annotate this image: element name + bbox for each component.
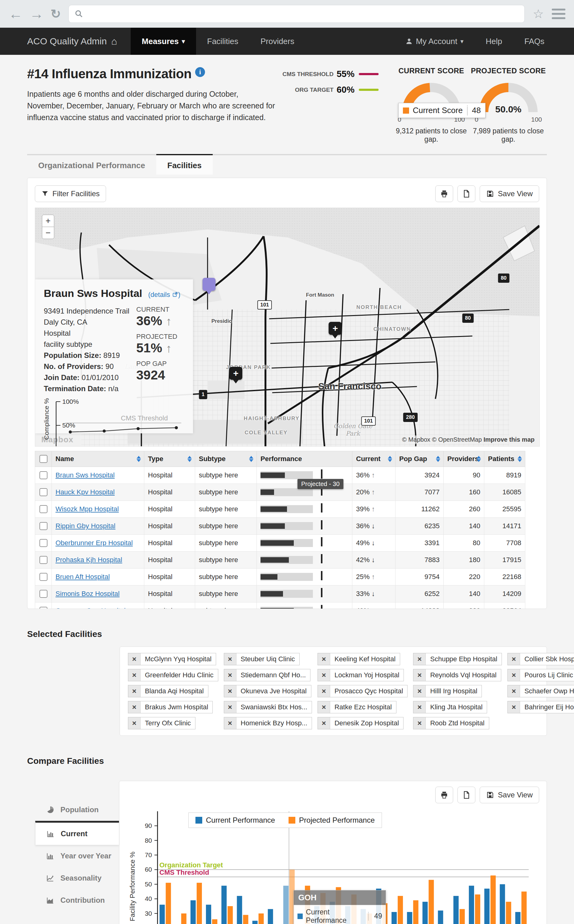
nav-item-faqs[interactable]: FAQs [513,28,555,55]
remove-chip-icon[interactable]: × [128,669,140,681]
facility-link[interactable]: Wisozk Mpp Hospital [55,505,119,513]
column-header-providers[interactable]: Providers [444,451,484,467]
facility-link[interactable]: Gorczany Oon Hospital [55,607,125,609]
remove-chip-icon[interactable]: × [318,717,330,729]
save-view-button[interactable]: Save View [480,787,539,803]
remove-chip-icon[interactable]: × [224,701,237,713]
improve-map-link[interactable]: Improve this map [483,436,535,443]
facility-link[interactable]: Braun Sws Hospital [55,471,115,479]
remove-chip-icon[interactable]: × [413,653,426,665]
facility-link[interactable]: Simonis Boz Hospital [55,590,120,597]
selected-facility-marker[interactable] [203,278,216,294]
remove-chip-icon[interactable]: × [128,653,140,665]
nav-item-my-account[interactable]: My Account▾ [394,28,475,55]
reload-icon[interactable]: ↻ [50,7,61,21]
remove-chip-icon[interactable]: × [508,685,520,697]
sort-icon[interactable] [188,456,192,462]
facility-link[interactable]: Prohaska Kjh Hospital [55,556,122,564]
zoom-out-button[interactable]: − [42,227,54,239]
sort-icon[interactable] [249,456,253,462]
row-checkbox[interactable] [39,539,47,547]
remove-chip-icon[interactable]: × [318,669,330,681]
remove-chip-icon[interactable]: × [128,685,140,697]
details-link[interactable]: (details ) [148,291,180,299]
remove-chip-icon[interactable]: × [224,717,237,729]
sort-icon[interactable] [137,456,141,462]
row-checkbox[interactable] [39,505,47,513]
compare-tab-year-over-year[interactable]: Year over Year [35,845,119,867]
brand[interactable]: ACO Quality Admin⌂ [0,28,131,55]
forward-icon[interactable]: → [30,7,44,21]
remove-chip-icon[interactable]: × [413,701,426,713]
facility-link[interactable]: Rippin Gby Hospital [55,522,115,530]
filter-facilities-button[interactable]: Filter Facilities [35,185,106,202]
remove-chip-icon[interactable]: × [224,653,237,665]
export-button[interactable] [457,185,475,202]
sort-icon[interactable] [388,456,392,462]
remove-chip-icon[interactable]: × [224,685,237,697]
info-icon[interactable]: i [195,67,205,77]
remove-chip-icon[interactable]: × [508,653,520,665]
remove-chip-icon[interactable]: × [508,669,520,681]
facility-link[interactable]: Bruen Aft Hospital [55,573,110,581]
remove-chip-icon[interactable]: × [224,669,237,681]
tab-facilities[interactable]: Facilities [156,154,213,174]
back-icon[interactable]: ← [9,7,23,21]
column-header-name[interactable]: Name [52,451,144,467]
compare-tab-seasonality[interactable]: Seasonality [35,867,119,889]
row-checkbox[interactable] [39,573,47,581]
remove-chip-icon[interactable]: × [413,685,426,697]
column-header-patients[interactable]: Patients [484,451,525,467]
print-button[interactable] [435,787,453,803]
nav-item-measures[interactable]: Measures▾ [131,28,196,55]
row-checkbox[interactable] [39,522,47,530]
tab-organizational-performance[interactable]: Organizational Performance [27,154,156,174]
sort-icon[interactable] [476,456,481,462]
remove-chip-icon[interactable]: × [318,653,330,665]
compare-tab-population[interactable]: Population [35,799,119,821]
bookmark-star-icon[interactable]: ☆ [533,7,544,21]
facility-link[interactable]: Oberbrunner Erp Hospital [55,539,133,547]
filter-icon [41,190,49,197]
column-header-type[interactable]: Type [144,451,195,467]
column-header-pop-gap[interactable]: Pop Gap [396,451,444,467]
compare-tab-current[interactable]: Current [35,821,119,845]
remove-chip-icon[interactable]: × [413,669,426,681]
performance-bullet-chart [260,521,348,531]
selected-facility-chip: ×McGlynn Yyq Hospital [128,653,216,665]
remove-chip-icon[interactable]: × [128,701,140,713]
nav-menu-right: My Account▾HelpFAQs [394,28,574,55]
measure-description: Inpatients age 6 months and older discha… [27,88,277,123]
hospital-marker-icon[interactable]: + [329,322,342,338]
remove-chip-icon[interactable]: × [413,717,426,729]
nav-item-facilities[interactable]: Facilities [196,28,249,55]
select-all-checkbox[interactable] [35,451,52,467]
remove-chip-icon[interactable]: × [318,685,330,697]
row-checkbox[interactable] [39,607,47,609]
sort-icon[interactable] [436,456,440,462]
search-input[interactable] [84,9,519,19]
export-button[interactable] [457,787,475,803]
remove-chip-icon[interactable]: × [318,701,330,713]
menu-icon[interactable] [552,9,565,19]
row-checkbox[interactable] [39,556,47,564]
save-view-button[interactable]: Save View [480,185,539,202]
remove-chip-icon[interactable]: × [508,701,520,713]
row-checkbox[interactable] [39,471,47,479]
hospital-marker-icon[interactable]: + [229,367,242,383]
facilities-map[interactable]: + − PresidioFort MasonNORTH BEACHCHINATO… [35,207,540,446]
compare-tab-contribution[interactable]: Contribution [35,889,119,911]
zoom-in-button[interactable]: + [42,215,54,227]
print-button[interactable] [435,185,453,202]
nav-item-providers[interactable]: Providers [249,28,306,55]
url-bar[interactable] [68,5,525,23]
legend-swatch [403,107,409,114]
nav-item-help[interactable]: Help [475,28,513,55]
remove-chip-icon[interactable]: × [128,717,140,729]
facility-link[interactable]: Hauck Kpv Hospital [55,488,115,496]
row-checkbox[interactable] [39,590,47,598]
column-header-subtype[interactable]: Subtype [195,451,257,467]
column-header-current[interactable]: Current [352,451,396,467]
row-checkbox[interactable] [39,488,47,496]
sort-icon[interactable] [517,456,522,462]
